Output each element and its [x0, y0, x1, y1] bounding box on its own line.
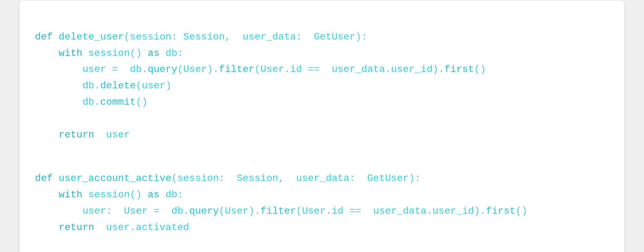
code-block: def delete_user(session: Session, user_d… — [35, 13, 609, 252]
line-def-1: def delete_user(session: Session, user_d… — [35, 31, 367, 43]
line-commit: db.commit() — [35, 96, 148, 108]
code-container: def delete_user(session: Session, user_d… — [19, 0, 625, 252]
line-def-2: def user_account_active(session: Session… — [35, 173, 421, 184]
line-return-2: return user.activated — [35, 222, 189, 233]
line-query-1: user = db.query(User).filter(User.id == … — [35, 64, 486, 75]
line-with-2: with session() as db: — [35, 189, 183, 200]
line-query-2: user: User = db.query(User).filter(User.… — [35, 205, 527, 217]
line-return-1: return user — [35, 129, 130, 141]
function-separator — [35, 143, 609, 154]
line-with-1: with session() as db: — [35, 48, 183, 59]
line-blank-1 — [35, 113, 41, 124]
line-delete: db.delete(user) — [35, 80, 172, 91]
